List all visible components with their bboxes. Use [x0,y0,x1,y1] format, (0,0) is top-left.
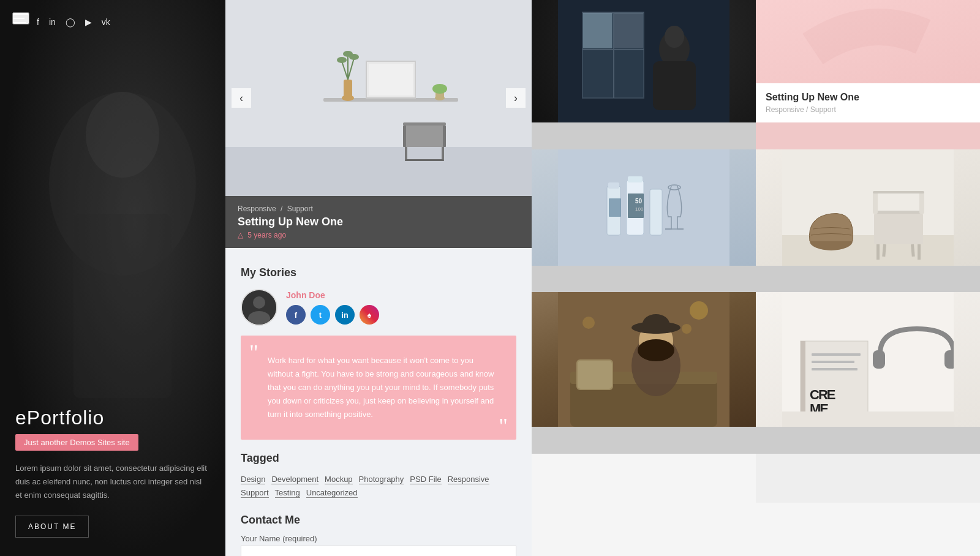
tag-item[interactable]: PSD File [410,475,441,484]
quote-close-icon: " [499,415,508,437]
post-cat-responsive[interactable]: Responsive [238,205,276,213]
sidebar-description: Lorem ipsum dolor sit amet, consectetur … [15,462,210,502]
grid-cat-sep: / [806,105,808,114]
post-date: △ 5 years ago [238,231,519,239]
tag-item[interactable]: Support [241,488,269,498]
vk-icon[interactable]: vk [102,17,110,27]
svg-rect-36 [583,13,612,48]
svg-rect-45 [628,176,643,182]
tagged-title: Tagged [241,452,516,465]
tag-item[interactable]: Responsive [448,475,489,484]
author-avatar [241,289,277,326]
slider-prev-button[interactable]: ‹ [232,88,251,108]
svg-rect-39 [653,61,696,110]
author-info: John Doe f t in ♠ [286,290,379,325]
svg-rect-82 [812,353,861,356]
grid-filler-right [756,454,980,503]
post-title[interactable]: Setting Up New One [238,216,519,228]
svg-rect-57 [874,214,923,244]
grid-photo-woman-window[interactable] [532,0,756,149]
svg-rect-60 [876,244,880,260]
sidebar-social-icons: f in ◯ ▶ vk [37,17,110,27]
svg-point-13 [337,57,347,63]
svg-point-15 [343,51,353,57]
svg-rect-84 [812,368,858,370]
main-content: ‹ › Responsive / Support Setting Up New … [225,0,532,556]
stories-author: John Doe f t in ♠ [241,289,516,326]
post-meta: Responsive / Support Setting Up New One … [225,196,532,248]
svg-rect-35 [614,13,643,48]
grid-photo-pink-card[interactable]: Setting Up New One Responsive / Support [756,0,980,149]
tags-list: DesignDevelopmentMockupPhotographyPSD Fi… [241,475,516,502]
sidebar-content: ePortfolio Just another Demos Sites site… [15,407,210,538]
contact-section: Contact Me Your Name (required) [241,514,516,556]
svg-rect-9 [344,80,352,98]
author-facebook-button[interactable]: f [286,305,306,325]
grid-photo-desk-headphones[interactable]: CRE ME [756,292,980,454]
tag-item[interactable]: Uncategorized [306,488,358,498]
tag-item[interactable]: Mockup [325,475,353,484]
instagram-icon[interactable]: ◯ [66,17,75,27]
grid-photo-woman-hat[interactable] [532,292,756,454]
sidebar: f in ◯ ▶ vk ePortfolio Just another Demo… [0,0,225,556]
slider-next-button[interactable]: › [506,88,526,108]
grid-cat2[interactable]: Support [810,105,836,114]
hamburger-menu[interactable] [12,12,29,24]
svg-text:100: 100 [635,206,644,212]
svg-rect-19 [403,122,446,126]
svg-point-1 [86,92,159,178]
svg-rect-43 [608,182,619,189]
tag-item[interactable]: Testing [275,488,300,498]
grid-photo-products[interactable]: 50 100 [532,149,756,293]
svg-rect-22 [443,126,446,147]
cat-separator: / [281,205,282,213]
svg-rect-88 [944,350,954,369]
youtube-icon[interactable]: ▶ [85,17,92,27]
svg-rect-46 [650,189,662,235]
quote-block: " Work hard for what you want because it… [241,336,516,440]
tag-item[interactable]: Photography [359,475,404,484]
main-inner: My Stories John Doe f t in ♠ [225,248,532,556]
svg-text:CRE: CRE [810,387,835,402]
brand-tagline: Just another Demos Sites site [15,434,138,451]
clock-icon: △ [238,231,243,239]
svg-text:50: 50 [635,198,643,205]
sidebar-nav [12,12,29,24]
contact-title: Contact Me [241,514,516,527]
stories-title: My Stories [241,266,516,279]
svg-rect-61 [918,244,921,260]
svg-rect-83 [812,361,854,363]
name-input[interactable] [241,546,516,556]
author-twitter-button[interactable]: t [311,305,330,325]
svg-rect-56 [874,211,923,214]
author-linkedin-button[interactable]: in [335,305,355,325]
svg-rect-20 [403,126,446,147]
brand-title: ePortfolio [15,407,210,429]
facebook-icon[interactable]: f [37,17,39,27]
svg-rect-59 [919,192,924,214]
featured-slider: ‹ › [225,0,532,196]
grid-card-title: Setting Up New One [766,92,970,103]
post-cat-support[interactable]: Support [287,205,313,213]
tagged-section: Tagged DesignDevelopmentMockupPhotograph… [241,452,516,502]
svg-rect-33 [613,12,614,98]
tag-item[interactable]: Design [241,475,265,484]
svg-rect-48 [628,193,644,218]
about-me-button[interactable]: ABOUT ME [15,516,89,538]
grid-cat1[interactable]: Responsive [766,105,804,114]
svg-point-38 [665,26,684,48]
tag-item[interactable]: Development [271,475,318,484]
author-instagram-button[interactable]: ♠ [360,305,379,325]
author-name: John Doe [286,290,379,300]
right-grid: Setting Up New One Responsive / Support [532,0,980,556]
svg-rect-87 [873,350,885,369]
svg-point-78 [682,324,692,334]
grid-photo-chairs[interactable] [756,149,980,293]
linkedin-icon[interactable]: in [49,17,56,27]
svg-point-74 [643,314,669,334]
svg-rect-70 [578,361,612,389]
svg-rect-7 [369,64,413,96]
quote-open-icon: " [249,342,258,364]
quote-text: Work hard for what you want because it w… [255,348,502,427]
grid-filler-left [532,454,756,503]
